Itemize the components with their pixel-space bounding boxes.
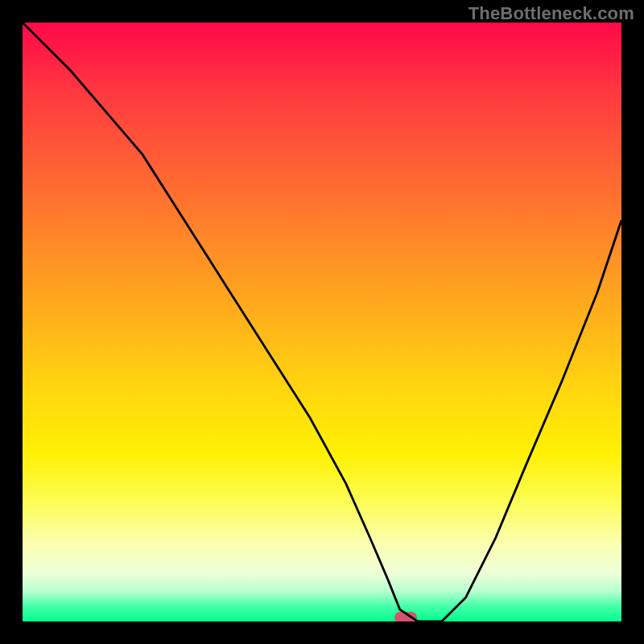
watermark-label: TheBottleneck.com <box>469 3 634 24</box>
curve-path <box>23 23 621 621</box>
bottleneck-curve <box>23 23 621 621</box>
chart-frame: TheBottleneck.com <box>0 0 644 644</box>
plot-area <box>23 23 621 621</box>
